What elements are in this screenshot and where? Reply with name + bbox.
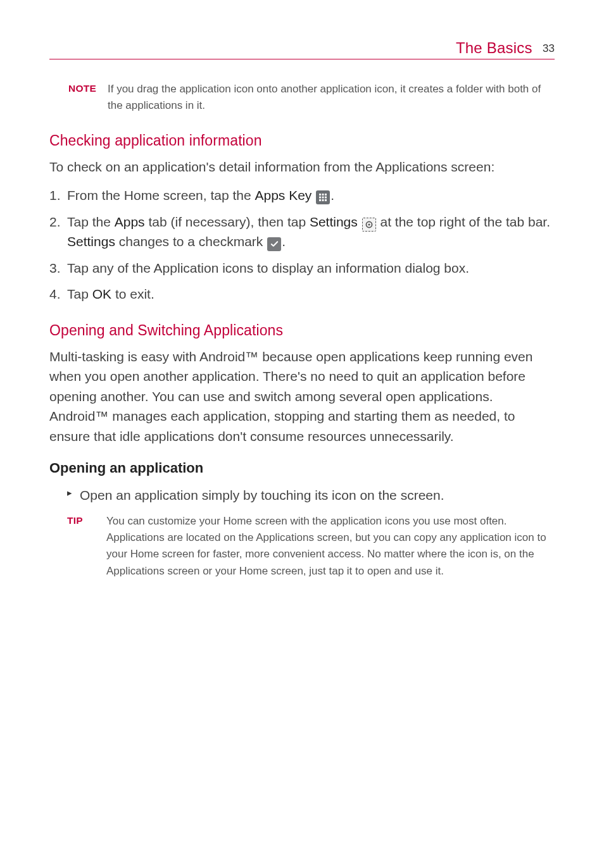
- check-intro: To check on an application's detail info…: [49, 157, 555, 177]
- apps-grid-icon: [316, 190, 330, 204]
- note-block: NOTE If you drag the application icon on…: [68, 81, 555, 115]
- apps-tab-label: Apps: [115, 214, 145, 229]
- page-header: The Basics 33: [49, 39, 555, 59]
- svg-rect-5: [325, 197, 327, 199]
- step-4-text-c: to exit.: [111, 287, 154, 301]
- tip-label: TIP: [67, 513, 106, 580]
- step-4: Tap OK to exit.: [49, 284, 555, 304]
- page-number: 33: [543, 42, 555, 54]
- svg-rect-0: [319, 194, 321, 195]
- section-title-opening: Opening and Switching Applications: [49, 322, 555, 339]
- settings-gear-icon: [362, 218, 376, 232]
- step-3: Tap any of the Application icons to disp…: [49, 258, 555, 278]
- step-1-text-a: From the Home screen, tap the: [67, 188, 255, 202]
- step-1: From the Home screen, tap the Apps Key .: [49, 185, 555, 206]
- step-2-text-g: changes to a checkmark: [115, 234, 267, 249]
- settings-label-1: Settings: [310, 214, 362, 229]
- steps-list: From the Home screen, tap the Apps Key .…: [49, 185, 555, 304]
- svg-rect-7: [322, 199, 324, 201]
- apps-key-label: Apps Key: [255, 188, 315, 202]
- open-body: Multi-tasking is easy with Android™ beca…: [49, 347, 555, 447]
- svg-rect-2: [325, 194, 327, 195]
- svg-rect-8: [325, 199, 327, 201]
- checkmark-icon: [267, 237, 281, 251]
- section-name: The Basics: [456, 39, 532, 56]
- svg-rect-4: [322, 197, 324, 199]
- svg-rect-1: [322, 194, 324, 195]
- tip-block: TIP You can customize your Home screen w…: [67, 513, 555, 580]
- note-label: NOTE: [68, 81, 108, 115]
- step-2-text-e: at the top right of the tab bar.: [377, 214, 550, 229]
- bullet-1: Open an application simply by touching i…: [67, 485, 555, 505]
- section-open-switch: Opening and Switching Applications Multi…: [49, 322, 555, 580]
- step-2: Tap the Apps tab (if necessary), then ta…: [49, 212, 555, 252]
- tip-text: You can customize your Home screen with …: [106, 513, 555, 580]
- subsection-heading: Opening an application: [49, 460, 555, 476]
- bullet-list: Open an application simply by touching i…: [67, 485, 555, 505]
- ok-label: OK: [92, 287, 111, 301]
- note-text: If you drag the application icon onto an…: [108, 81, 555, 115]
- svg-rect-6: [319, 199, 321, 201]
- section-title-checking: Checking application information: [49, 132, 555, 149]
- document-page: The Basics 33 NOTE If you drag the appli…: [0, 0, 604, 580]
- step-2-text-h: .: [282, 234, 286, 249]
- step-2-text-a: Tap the: [67, 214, 115, 229]
- svg-point-10: [368, 223, 370, 225]
- step-2-text-c: tab (if necessary), then tap: [145, 214, 310, 229]
- step-4-text-a: Tap: [67, 287, 92, 301]
- svg-rect-3: [319, 197, 321, 199]
- step-1-text-c: .: [330, 188, 334, 202]
- settings-label-2: Settings: [67, 234, 115, 249]
